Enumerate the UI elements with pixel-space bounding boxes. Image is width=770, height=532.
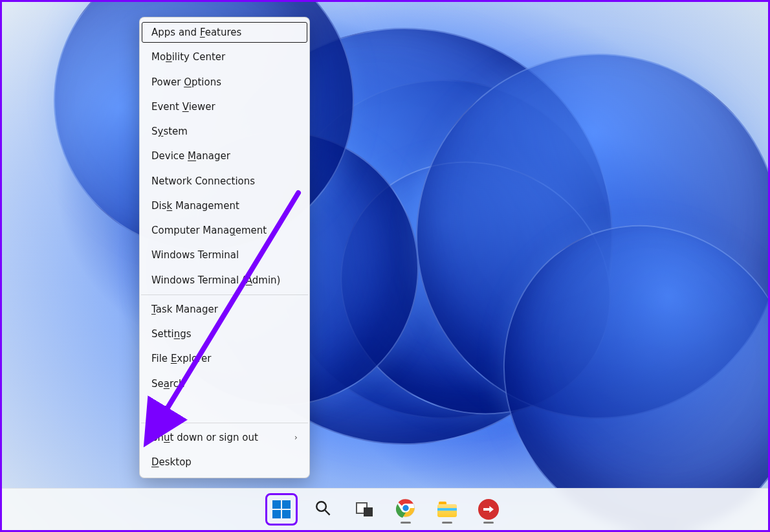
menu-item-device-manager[interactable]: Device Manager [140, 144, 309, 168]
menu-item-label: Shut down or sign out [151, 431, 258, 444]
menu-item-label: Device Manager [151, 150, 230, 162]
menu-item-mobility-center[interactable]: Mobility Center [140, 45, 309, 69]
menu-item-label: Task Manager [151, 303, 218, 316]
file-explorer-app[interactable] [432, 494, 462, 524]
task-view-button[interactable] [349, 494, 379, 524]
menu-item-power-options[interactable]: Power Options [140, 70, 309, 94]
file-explorer-icon [437, 502, 457, 517]
menu-item-event-viewer[interactable]: Event Viewer [140, 94, 309, 119]
menu-item-label: Computer Management [151, 224, 267, 237]
menu-item-apps-and-features[interactable]: Apps and Features [140, 20, 309, 45]
menu-item-label: File Explorer [151, 352, 211, 365]
menu-item-label: Event Viewer [151, 100, 215, 113]
red-app-icon [478, 499, 499, 520]
menu-item-desktop[interactable]: Desktop [140, 450, 309, 474]
chrome-app[interactable] [391, 494, 421, 524]
menu-item-shut-down-or-sign-out[interactable]: Shut down or sign out› [140, 425, 309, 450]
menu-item-label: Apps and Features [151, 26, 241, 39]
svg-line-2 [325, 510, 329, 515]
menu-item-label: Search [151, 377, 185, 390]
menu-item-run[interactable]: Run [140, 396, 309, 421]
menu-item-label: Power Options [151, 76, 221, 89]
svg-point-1 [316, 502, 326, 511]
search-icon [314, 500, 331, 519]
desktop-wallpaper[interactable] [2, 2, 768, 530]
chrome-icon [396, 498, 415, 520]
windows-logo-icon [272, 500, 291, 518]
menu-item-settings[interactable]: Settings [140, 322, 309, 346]
menu-item-windows-terminal[interactable]: Windows Terminal [140, 243, 309, 267]
red-circle-app[interactable] [474, 494, 503, 524]
menu-item-file-explorer[interactable]: File Explorer [140, 346, 309, 371]
start-button[interactable] [267, 494, 296, 524]
menu-item-task-manager[interactable]: Task Manager [140, 297, 309, 322]
taskbar [2, 488, 768, 530]
chevron-right-icon: › [294, 432, 298, 443]
menu-item-disk-management[interactable]: Disk Management [140, 194, 309, 218]
search-button[interactable] [308, 494, 338, 524]
menu-item-windows-terminal-admin[interactable]: Windows Terminal (Admin) [140, 268, 309, 293]
menu-item-system[interactable]: System [140, 119, 309, 144]
menu-item-label: Disk Management [151, 199, 239, 212]
winx-context-menu: Apps and FeaturesMobility CenterPower Op… [139, 17, 310, 478]
menu-item-computer-management[interactable]: Computer Management [140, 218, 309, 243]
screenshot-frame: Apps and FeaturesMobility CenterPower Op… [0, 0, 770, 532]
menu-item-label: Windows Terminal [151, 249, 239, 261]
menu-item-search[interactable]: Search [140, 371, 309, 396]
menu-separator [141, 423, 308, 423]
menu-item-network-connections[interactable]: Network Connections [140, 169, 309, 194]
menu-item-label: Network Connections [151, 175, 255, 188]
menu-item-label: Desktop [151, 456, 192, 469]
menu-separator [141, 294, 308, 295]
menu-item-label: Run [151, 402, 170, 415]
menu-item-label: Mobility Center [151, 50, 225, 63]
menu-item-label: System [151, 125, 188, 138]
menu-item-label: Settings [151, 327, 192, 340]
menu-item-label: Windows Terminal (Admin) [151, 274, 280, 287]
task-view-icon [356, 502, 373, 516]
